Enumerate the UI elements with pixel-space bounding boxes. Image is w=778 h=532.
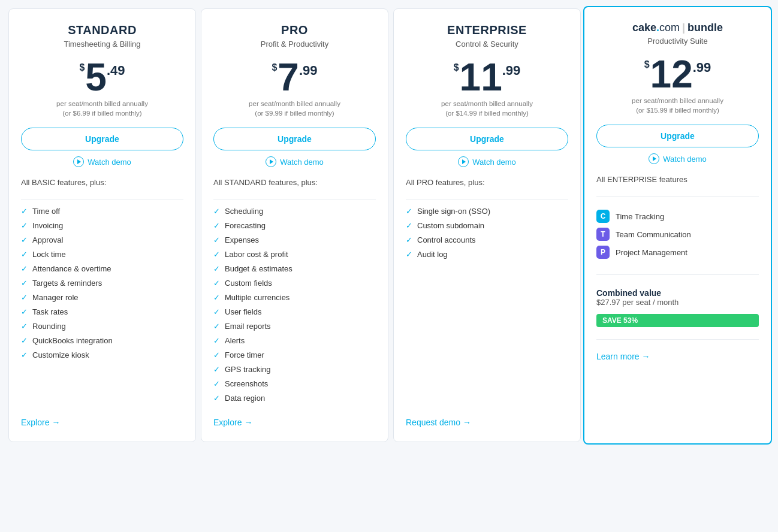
price-block-pro: $ 7 .99	[213, 58, 376, 96]
watch-demo-pro[interactable]: Watch demo	[213, 156, 376, 167]
list-item: ✓QuickBooks integration	[21, 336, 183, 345]
check-icon: ✓	[213, 250, 220, 259]
check-icon: ✓	[21, 350, 28, 359]
price-period-bundle: per seat/month billed annually	[596, 97, 759, 104]
plan-pro: PRO Profit & Productivity $ 7 .99 per se…	[201, 8, 388, 442]
list-item: ✓Single sign-on (SSO)	[406, 207, 568, 216]
plan-tagline-pro: Profit & Productivity	[213, 40, 376, 49]
price-integer-standard: 5	[85, 58, 107, 96]
explore-link-standard[interactable]: Explore →	[21, 418, 183, 427]
list-item: ✓Force timer	[213, 350, 376, 359]
bundle-app-project-management: P Project Management	[596, 246, 759, 259]
check-icon: ✓	[21, 221, 28, 230]
list-item: ✓Budget & estimates	[213, 264, 376, 273]
price-decimal-enterprise: .99	[502, 64, 521, 77]
list-item: ✓Labor cost & profit	[213, 250, 376, 259]
features-header-enterprise: All PRO features, plus:	[406, 178, 568, 187]
check-icon: ✓	[21, 250, 28, 259]
upgrade-button-enterprise[interactable]: Upgrade	[406, 128, 568, 150]
list-item: ✓Data region	[213, 394, 376, 403]
check-icon: ✓	[213, 235, 220, 244]
list-item: ✓Email reports	[213, 322, 376, 331]
save-badge: SAVE 53%	[596, 314, 759, 327]
price-currency-enterprise: $	[454, 63, 459, 72]
price-period-standard: per seat/month billed annually	[21, 100, 183, 107]
list-item: ✓Custom fields	[213, 279, 376, 288]
list-item: ✓Targets & reminders	[21, 279, 183, 288]
arrow-icon-enterprise: →	[463, 418, 471, 427]
price-currency-bundle: $	[644, 60, 650, 69]
price-alt-pro: (or $9.99 if billed monthly)	[213, 110, 376, 117]
upgrade-button-pro[interactable]: Upgrade	[213, 128, 376, 150]
check-icon: ✓	[21, 235, 28, 244]
price-alt-bundle: (or $15.99 if billed monthly)	[596, 107, 759, 114]
price-alt-standard: (or $6.99 if billed monthly)	[21, 110, 183, 117]
watch-demo-standard[interactable]: Watch demo	[21, 156, 183, 167]
feature-list-enterprise: ✓Single sign-on (SSO) ✓Custom subdomain …	[406, 207, 568, 406]
check-icon: ✓	[21, 336, 28, 345]
upgrade-button-standard[interactable]: Upgrade	[21, 128, 183, 150]
time-tracking-icon: C	[596, 210, 610, 223]
check-icon: ✓	[21, 279, 28, 288]
team-communication-label: Team Communication	[616, 230, 691, 239]
play-icon-enterprise	[458, 156, 469, 167]
list-item: ✓Forecasting	[213, 221, 376, 230]
project-management-icon: P	[596, 246, 610, 259]
divider-standard	[21, 199, 183, 200]
check-icon: ✓	[213, 293, 220, 302]
check-icon: ✓	[406, 207, 412, 216]
check-icon: ✓	[213, 322, 220, 331]
arrow-icon-standard: →	[52, 418, 60, 427]
play-icon-standard	[73, 156, 84, 167]
list-item: ✓Rounding	[21, 322, 183, 331]
check-icon: ✓	[213, 379, 220, 388]
price-period-enterprise: per seat/month billed annually	[406, 100, 568, 107]
list-item: ✓Customize kiosk	[21, 350, 183, 359]
list-item: ✓Attendance & overtime	[21, 264, 183, 273]
price-integer-pro: 7	[278, 58, 299, 96]
explore-label-pro: Explore	[213, 418, 242, 427]
bundle-logo: cake.com|bundle	[596, 22, 759, 34]
divider-enterprise	[406, 199, 568, 200]
upgrade-button-bundle[interactable]: Upgrade	[596, 125, 759, 147]
check-icon: ✓	[21, 264, 28, 273]
bundle-logo-text: cake.com|bundle	[632, 22, 723, 34]
price-integer-bundle: 12	[650, 55, 693, 93]
price-currency-standard: $	[79, 63, 85, 72]
list-item: ✓Alerts	[213, 336, 376, 345]
play-icon-pro	[266, 156, 276, 167]
learn-more-bundle[interactable]: Learn more →	[596, 352, 759, 361]
explore-link-pro[interactable]: Explore →	[213, 418, 376, 427]
check-icon: ✓	[213, 207, 220, 216]
bundle-app-time-tracking: C Time Tracking	[596, 210, 759, 223]
watch-demo-label-standard: Watch demo	[88, 158, 131, 167]
list-item: ✓Manager role	[21, 293, 183, 302]
price-block-standard: $ 5 .49	[21, 58, 183, 96]
plan-tagline-standard: Timesheeting & Billing	[21, 40, 183, 49]
bundle-app-team-communication: T Team Communication	[596, 228, 759, 241]
check-icon: ✓	[213, 365, 220, 374]
list-item: ✓Audit log	[406, 250, 568, 259]
watch-demo-label-bundle: Watch demo	[663, 155, 707, 164]
check-icon: ✓	[406, 221, 412, 230]
price-decimal-bundle: .99	[693, 61, 711, 74]
price-integer-enterprise: 11	[460, 58, 502, 96]
check-icon: ✓	[21, 293, 28, 302]
features-header-standard: All BASIC features, plus:	[21, 178, 183, 187]
price-currency-pro: $	[272, 63, 277, 72]
check-icon: ✓	[213, 279, 220, 288]
watch-demo-enterprise[interactable]: Watch demo	[406, 156, 568, 167]
check-icon: ✓	[213, 394, 220, 403]
combined-value: Combined value $27.97 per seat / month	[596, 288, 759, 307]
plan-name-standard: STANDARD	[21, 23, 183, 37]
request-demo-label-enterprise: Request demo	[406, 418, 460, 427]
watch-demo-bundle[interactable]: Watch demo	[596, 153, 759, 164]
price-decimal-pro: .99	[299, 64, 318, 77]
check-icon: ✓	[406, 235, 412, 244]
features-header-pro: All STANDARD features, plus:	[213, 178, 376, 187]
request-demo-enterprise[interactable]: Request demo →	[406, 418, 568, 427]
arrow-icon-pro: →	[244, 418, 252, 427]
team-communication-icon: T	[596, 228, 610, 241]
price-block-bundle: $ 12 .99	[596, 55, 759, 93]
check-icon: ✓	[21, 207, 28, 216]
